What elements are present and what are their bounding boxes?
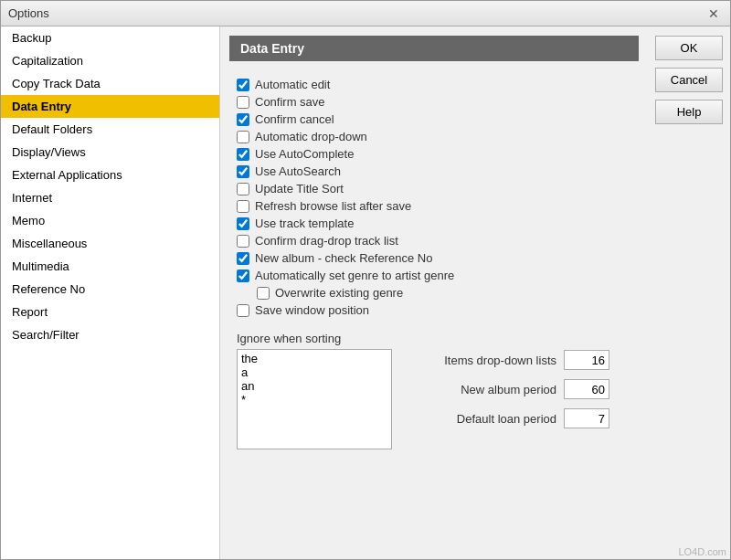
checkbox-auto-edit[interactable] xyxy=(237,79,249,91)
checkbox-new-album-check[interactable] xyxy=(237,252,249,265)
checkbox-overwrite-genre[interactable] xyxy=(257,287,270,300)
window-title: Options xyxy=(8,6,49,20)
panel-title: Data Entry xyxy=(229,36,639,61)
numeric-row-items-dropdown: Items drop-down lists xyxy=(410,350,609,370)
sidebar-item-data-entry[interactable]: Data Entry xyxy=(1,95,219,118)
checkbox-label-confirm-cancel[interactable]: Confirm cancel xyxy=(255,112,334,126)
checkbox-use-autocomplete[interactable] xyxy=(237,148,249,161)
checkbox-row-use-autosearch: Use AutoSearch xyxy=(237,164,631,178)
checkbox-save-window[interactable] xyxy=(237,304,249,317)
numeric-input-default-loan[interactable] xyxy=(564,408,609,428)
checkbox-row-confirm-drag: Confirm drag-drop track list xyxy=(237,234,631,248)
checkbox-row-auto-genre: Automatically set genre to artist genre xyxy=(237,269,631,282)
checkbox-label-confirm-save[interactable]: Confirm save xyxy=(255,95,325,109)
options-window: Options ✕ BackupCapitalizationCopy Track… xyxy=(0,0,731,560)
checkbox-confirm-cancel[interactable] xyxy=(237,113,249,126)
checkbox-label-confirm-drag[interactable]: Confirm drag-drop track list xyxy=(255,234,398,248)
sidebar-item-search-filter[interactable]: Search/Filter xyxy=(1,323,219,346)
numeric-row-default-loan: Default loan period xyxy=(410,408,609,428)
sidebar-item-display-views[interactable]: Display/Views xyxy=(1,141,219,164)
numeric-input-new-album-period[interactable] xyxy=(564,379,609,399)
numeric-label-items-dropdown: Items drop-down lists xyxy=(410,354,556,367)
help-button[interactable]: Help xyxy=(655,100,723,124)
sidebar: BackupCapitalizationCopy Track DataData … xyxy=(1,26,220,559)
checkbox-update-title-sort[interactable] xyxy=(237,183,249,195)
checkbox-row-update-title-sort: Update Title Sort xyxy=(237,182,631,195)
checkbox-row-overwrite-genre: Overwrite existing genre xyxy=(257,286,631,300)
checkbox-label-save-window[interactable]: Save window position xyxy=(255,303,369,317)
checkbox-label-use-autosearch[interactable]: Use AutoSearch xyxy=(255,164,341,178)
sidebar-item-multimedia[interactable]: Multimedia xyxy=(1,255,219,278)
close-button[interactable]: ✕ xyxy=(705,5,723,23)
watermark: LO4D.com xyxy=(678,546,726,557)
checkbox-label-use-track-template[interactable]: Use track template xyxy=(255,217,354,230)
sidebar-item-copy-track-data[interactable]: Copy Track Data xyxy=(1,72,219,95)
content-area: BackupCapitalizationCopy Track DataData … xyxy=(1,26,730,559)
checkbox-row-confirm-save: Confirm save xyxy=(237,95,631,109)
action-buttons: OK Cancel Help xyxy=(648,26,730,559)
panel-content: Automatic editConfirm saveConfirm cancel… xyxy=(229,70,639,550)
ignore-section: Ignore when sortingItems drop-down lists… xyxy=(237,332,631,452)
sidebar-item-report[interactable]: Report xyxy=(1,301,219,323)
checkbox-label-auto-dropdown[interactable]: Automatic drop-down xyxy=(255,130,367,143)
checkbox-confirm-drag[interactable] xyxy=(237,235,249,248)
sidebar-item-default-folders[interactable]: Default Folders xyxy=(1,118,219,141)
checkbox-label-use-autocomplete[interactable]: Use AutoComplete xyxy=(255,147,354,161)
checkbox-confirm-save[interactable] xyxy=(237,96,249,109)
checkbox-label-update-title-sort[interactable]: Update Title Sort xyxy=(255,182,344,195)
checkbox-label-auto-edit[interactable]: Automatic edit xyxy=(255,78,330,91)
checkbox-label-refresh-browse[interactable]: Refresh browse list after save xyxy=(255,199,411,213)
checkbox-use-autosearch[interactable] xyxy=(237,165,249,178)
checkbox-auto-genre[interactable] xyxy=(237,269,249,282)
checkbox-refresh-browse[interactable] xyxy=(237,200,249,213)
sidebar-item-backup[interactable]: Backup xyxy=(1,26,219,49)
numeric-label-new-album-period: New album period xyxy=(410,383,556,396)
ignore-label: Ignore when sorting xyxy=(237,332,392,345)
checkbox-row-auto-dropdown: Automatic drop-down xyxy=(237,130,631,143)
checkbox-row-auto-edit: Automatic edit xyxy=(237,78,631,91)
checkbox-row-use-autocomplete: Use AutoComplete xyxy=(237,147,631,161)
sidebar-item-internet[interactable]: Internet xyxy=(1,186,219,209)
title-bar: Options ✕ xyxy=(1,1,730,26)
numeric-input-items-dropdown[interactable] xyxy=(564,350,609,370)
main-area: Data Entry Automatic editConfirm saveCon… xyxy=(220,26,648,559)
numeric-label-default-loan: Default loan period xyxy=(410,412,556,426)
sidebar-item-reference-no[interactable]: Reference No xyxy=(1,278,219,301)
checkbox-row-use-track-template: Use track template xyxy=(237,217,631,230)
checkbox-label-overwrite-genre[interactable]: Overwrite existing genre xyxy=(275,286,403,300)
sidebar-item-capitalization[interactable]: Capitalization xyxy=(1,49,219,72)
ok-button[interactable]: OK xyxy=(655,36,723,60)
cancel-button[interactable]: Cancel xyxy=(655,68,723,92)
checkbox-auto-dropdown[interactable] xyxy=(237,131,249,143)
checkbox-row-save-window: Save window position xyxy=(237,303,631,317)
checkbox-use-track-template[interactable] xyxy=(237,217,249,230)
checkbox-row-refresh-browse: Refresh browse list after save xyxy=(237,199,631,213)
checkbox-row-new-album-check: New album - check Reference No xyxy=(237,251,631,265)
checkbox-label-auto-genre[interactable]: Automatically set genre to artist genre xyxy=(255,269,454,282)
numeric-section: Items drop-down listsNew album periodDef… xyxy=(410,332,609,428)
sidebar-item-miscellaneous[interactable]: Miscellaneous xyxy=(1,232,219,255)
ignore-textarea[interactable] xyxy=(237,349,392,449)
checkbox-row-confirm-cancel: Confirm cancel xyxy=(237,112,631,126)
checkbox-label-new-album-check[interactable]: New album - check Reference No xyxy=(255,251,432,265)
sidebar-item-external-applications[interactable]: External Applications xyxy=(1,164,219,186)
sidebar-item-memo[interactable]: Memo xyxy=(1,209,219,232)
numeric-row-new-album-period: New album period xyxy=(410,379,609,399)
